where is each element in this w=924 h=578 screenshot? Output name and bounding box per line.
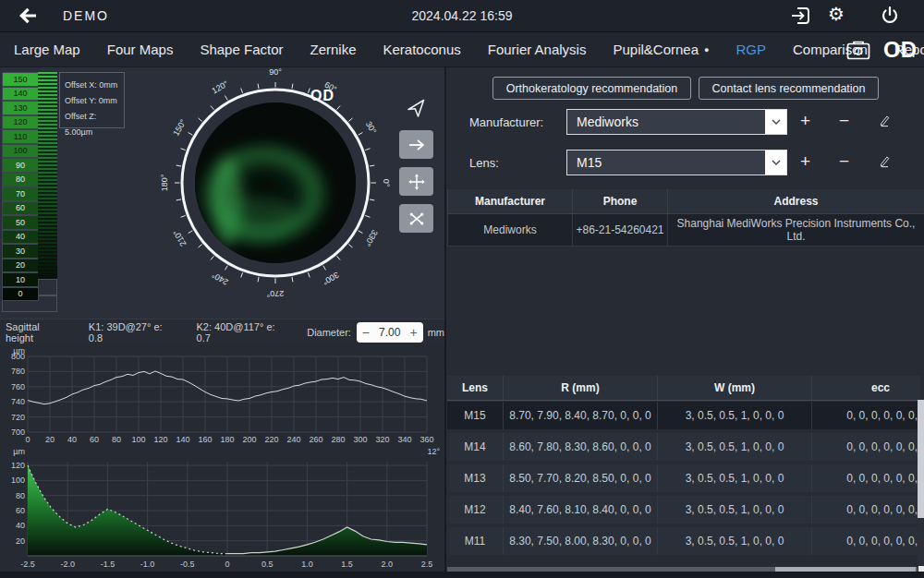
svg-text:60: 60 [90,435,99,443]
color-scale-cell: 100 [2,144,39,159]
ring-angle-label: 150° [171,117,188,137]
sagittal-title: Sagittal height [6,321,67,343]
ring-angle-label: 30° [364,120,379,136]
ring-angle-label: 240° [210,270,229,286]
tab-zernike[interactable]: Zernike [310,42,356,57]
tab-four-maps[interactable]: Four Maps [107,42,174,57]
color-scale-cell: 130 [2,101,39,115]
tab-keratoconus[interactable]: Keratoconus [383,42,461,57]
address-cell: Shanghai MediWorks Precision Instruments… [668,214,924,247]
lens-edit-pencil-icon[interactable] [877,154,892,169]
power-icon[interactable] [878,5,902,27]
svg-text:120: 120 [153,435,167,443]
r-values-cell: 8.60, 7.80, 8.30, 8.60, 0, 0, 0 [504,433,658,461]
ring-angle-label: 120° [211,78,230,95]
svg-text:240: 240 [286,435,300,443]
r-values-cell: 8.30, 7.50, 8.00, 8.30, 0, 0, 0 [504,527,658,555]
tab-rgp[interactable]: RGP [736,42,766,57]
svg-text:-2.0: -2.0 [60,560,75,569]
svg-text:40: 40 [67,435,77,443]
diameter-value[interactable]: 7.00 [375,326,405,339]
tab-pupil-cornea[interactable]: Pupil&Cornea● [613,42,709,57]
lens-add-button[interactable]: + [800,152,810,170]
svg-text:-0.5: -0.5 [180,560,195,569]
corneal-topography-map[interactable]: 0°30°60°90°120°150°180°210°240°270°300°3… [148,67,407,298]
ring-angle-label: 0° [382,179,391,187]
tab-shape-factor[interactable]: Shape Factor [200,42,283,57]
r-values-cell: 8.50, 7.70, 8.20, 8.50, 0, 0, 0 [504,464,658,492]
rgp-screen: DEMO 2024.04.22 16:59 ⚙ Large MapFour Ma… [0,0,924,578]
svg-text:0.5: 0.5 [261,560,274,569]
svg-text:360: 360 [419,435,433,443]
ring-angle-label: 90° [269,67,282,77]
color-scale-cell: 90 [2,158,39,173]
manufacturer-select[interactable]: Mediworks [566,109,787,135]
k1-value: K1: 39D@27° e: 0.8 [89,321,175,343]
svg-text:200: 200 [242,435,256,443]
manufacturer-edit-pencil-icon[interactable] [877,114,892,128]
diameter-plus-button[interactable]: + [405,325,423,340]
table-row[interactable]: M118.30, 7.50, 8.00, 8.30, 0, 0, 03, 0.5… [447,527,920,555]
ring-angle-label: 180° [160,174,169,191]
svg-text:1.5: 1.5 [341,560,353,569]
chevron-down-icon[interactable] [765,151,786,175]
lens-select[interactable]: M15 [566,150,787,175]
svg-text:-1.5: -1.5 [101,560,116,569]
col-w-mm: W (mm) [658,376,812,400]
svg-text:40: 40 [16,521,25,530]
color-scale-cell: 150 [2,72,39,87]
rgp-right-panel: Orthokeratology recommendation Contact l… [444,67,924,578]
manufacturer-add-button[interactable]: + [800,112,810,129]
table-row[interactable]: Mediworks +86-21-54260421 Shanghai MediW… [448,214,924,247]
table-row[interactable]: M158.70, 7.90, 8.40, 8.70, 0, 0, 03, 0.5… [447,402,920,429]
tab-fourier-analysis[interactable]: Fourier Analysis [488,42,587,57]
eye-indicator[interactable]: OD [883,37,917,63]
svg-text:160: 160 [198,435,212,443]
lens-value: M15 [567,155,765,170]
svg-text:720: 720 [11,413,25,422]
manufacturer-label: Manufacturer: [469,115,543,129]
camera-switch-icon[interactable] [846,40,870,60]
navigation-arrow-icon[interactable] [405,97,427,119]
manufacturer-remove-button[interactable]: − [839,112,849,129]
diameter-unit: mm [428,327,444,338]
diameter-stepper: − 7.00 + [357,322,423,343]
lens-label: Lens: [469,156,499,170]
lens-name-cell: M11 [447,527,504,555]
export-icon[interactable] [788,5,812,27]
move-button[interactable] [399,167,433,196]
svg-text:60: 60 [16,506,25,515]
svg-text:220: 220 [264,435,278,443]
color-scale-cell: 40 [2,230,39,245]
shuffle-button[interactable] [399,204,433,233]
svg-text:100: 100 [11,476,25,485]
color-scale-cell: 80 [2,173,39,187]
tab-large-map[interactable]: Large Map [14,42,80,57]
lens-remove-button[interactable]: − [839,152,849,170]
chevron-down-icon[interactable] [765,110,786,134]
orthokeratology-recommendation-button[interactable]: Orthokeratology recommendation [492,77,691,100]
svg-text:800: 800 [11,352,25,361]
vertical-scrollbar-thumb[interactable] [918,400,924,518]
top-bar: DEMO 2024.04.22 16:59 ⚙ [0,0,924,32]
lens-name-cell: M13 [447,464,504,492]
svg-text:140: 140 [176,435,189,443]
arrow-right-button[interactable] [399,130,433,159]
lens-name-cell: M12 [447,496,504,524]
offset-x: Offset X: 0mm [65,78,124,93]
color-scale-cell: 10 [2,272,39,287]
svg-text:780: 780 [11,367,25,376]
contact-lens-recommendation-button[interactable]: Contact lens recommendation [699,77,879,100]
diameter-minus-button[interactable]: − [357,325,375,340]
table-row[interactable]: M128.40, 7.60, 8.10, 8.40, 0, 0, 03, 0.5… [447,496,920,524]
color-scale-gradient [38,72,57,279]
settings-gear-icon[interactable]: ⚙ [828,3,845,25]
table-row[interactable]: M148.60, 7.80, 8.30, 8.60, 0, 0, 03, 0.5… [447,433,920,461]
table-row[interactable]: M138.50, 7.70, 8.20, 8.50, 0, 0, 03, 0.5… [447,464,920,492]
svg-text:-2.5: -2.5 [20,560,35,569]
color-scale: 1501401301201101009080706050403020100 µm [2,72,57,312]
svg-text:µm: µm [13,447,25,456]
offset-z: Offset Z: 5.00µm [65,109,124,140]
w-values-cell: 3, 0.5, 0.5, 1, 0, 0, 0 [658,402,812,429]
ecc-values-cell: 0, 0, 0, 0, 0, 0, [812,402,920,429]
